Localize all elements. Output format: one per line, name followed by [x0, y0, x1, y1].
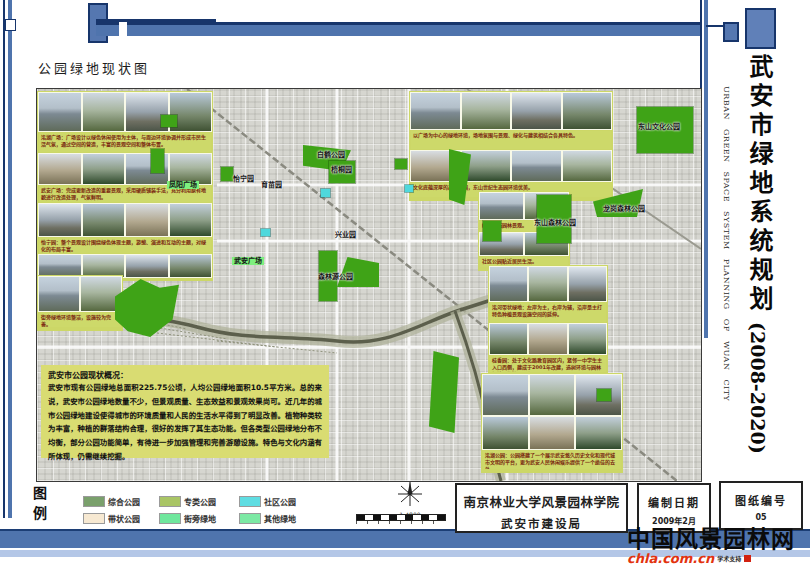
photo-thumbnail	[39, 154, 81, 184]
photo-thumbnail	[411, 93, 460, 129]
chla-logo-seal-icon	[744, 555, 751, 562]
legend-label: 街旁绿地	[184, 513, 216, 524]
photo-caption: 街旁绿地环境整洁，设施较为完善。	[39, 313, 121, 327]
map-park-label: 白鹤公园	[317, 151, 345, 159]
map-park-label: 东山文化公园	[638, 123, 680, 131]
date-label: 编制日期	[639, 494, 709, 510]
legend-item: 街旁绿地	[159, 510, 239, 527]
park-green-patch	[395, 159, 407, 169]
map-park-label: 怡宁园	[233, 175, 254, 183]
photo-thumbnail	[563, 93, 612, 129]
community-park-patch	[321, 189, 330, 197]
legend-swatch	[159, 513, 181, 524]
photo-row	[39, 154, 211, 184]
photo-caption: 以广场为中心的绿地环境，场地氛围与景观、绿化与建筑相结合各具特色。	[411, 131, 611, 149]
photo-thumbnail	[483, 375, 528, 415]
park-green-patch	[483, 221, 501, 241]
photo-thumbnail	[83, 255, 125, 277]
photo-panel: 洺河带状绿地：左岸为主，右岸为辅，沿岸是主打特色种植景观设施空间的延伸。桂香园：…	[488, 265, 608, 376]
sheet-number-title-block: 图纸编号 05	[719, 481, 803, 530]
left-border-node	[5, 19, 16, 31]
map-park-label: 东山森林公园	[534, 219, 576, 227]
chla-logo-name: 中国风景园林网	[627, 527, 810, 551]
photo-thumbnail	[83, 93, 125, 131]
photo-thumbnail	[39, 255, 81, 277]
photo-thumbnail	[530, 375, 575, 415]
photo-row	[39, 204, 211, 236]
legend-item: 专类公园	[159, 493, 239, 510]
chla-logo-tagline: 学术支持	[717, 554, 741, 563]
right-border-stub	[706, 25, 724, 27]
sidebar-title-english: URBAN GREEN SPACE SYSTEM PLANNING OF WUA…	[722, 86, 731, 416]
map-park-label: 武安广场	[232, 257, 264, 265]
park-green-patch	[429, 351, 459, 433]
photo-thumbnail	[530, 417, 575, 449]
photo-thumbnail	[39, 93, 81, 131]
photo-thumbnail	[529, 267, 566, 301]
right-ornament-small-square	[723, 22, 739, 42]
legend-label: 社区公园	[264, 496, 296, 507]
park-green-patch	[161, 115, 177, 127]
community-park-patch	[261, 229, 270, 236]
legend-item: 综合公园	[83, 493, 159, 510]
legend: 综合公园专类公园社区公园带状公园街旁绿地其他绿地	[83, 493, 353, 527]
photo-thumbnail	[483, 417, 528, 449]
photo-caption: 桂香园：处于文化路教育园区内，紧邻一中学生主入口西侧，建成于2001年改建，选树…	[490, 356, 606, 372]
community-park-patch	[405, 185, 413, 192]
photo-row	[39, 93, 211, 131]
photo-caption: 怡宁园：整个景观设计围绕绿色体现主题，游憩、演进和互动的主题，对绿化的布局丰富。	[39, 238, 211, 253]
photo-thumbnail	[170, 204, 212, 236]
summary-body: 武安市现有公园绿地总面积225.75公顷，人均公园绿地面积10.5平方米。总的来…	[48, 381, 322, 464]
scale-bar-ticks	[356, 521, 444, 524]
photo-row	[39, 255, 211, 277]
top-bar	[96, 22, 700, 36]
map-park-label: 龙岗森林公园	[603, 205, 645, 213]
photo-thumbnail	[490, 324, 527, 354]
photo-panel: 以广场为中心的绿地环境，场地氛围与景观、绿化与建筑相结合各具特色。文化底蕴深厚的…	[409, 91, 613, 201]
organization-line1: 南京林业大学风景园林学院	[457, 492, 626, 511]
right-ornament-big-square	[745, 8, 776, 49]
photo-thumbnail	[39, 277, 79, 311]
right-border-line-2	[704, 0, 708, 338]
legend-item: 带状公园	[83, 510, 159, 527]
photo-thumbnail	[512, 93, 561, 129]
photo-thumbnail	[569, 267, 606, 301]
park-green-patch	[597, 389, 611, 401]
chla-logo-url: chla.com.cn	[627, 551, 714, 566]
sheet-number-value: 05	[721, 513, 801, 522]
sidebar-title-chinese: 武安市绿地系统规划	[742, 54, 777, 324]
compass-rose: 1:4800	[380, 481, 440, 518]
legend-item: 其他绿地	[239, 510, 339, 527]
sidebar-title-years: (2008-2020)	[747, 322, 769, 472]
legend-item: 社区公园	[239, 493, 339, 510]
photo-thumbnail	[39, 204, 81, 236]
photo-thumbnail	[576, 417, 621, 449]
legend-swatch	[83, 496, 105, 507]
photo-thumbnail	[569, 324, 606, 354]
photo-row	[39, 277, 121, 311]
legend-swatch	[239, 496, 261, 507]
photo-thumbnail	[83, 154, 125, 184]
photo-caption: 洺河带状绿地：左岸为主，右岸为辅，沿岸是主打特色种植景观设施空间的延伸。	[490, 303, 606, 322]
map-park-label: 森林源公园	[318, 273, 353, 281]
photo-thumbnail	[126, 255, 168, 277]
photo-thumbnail	[563, 151, 612, 181]
legend-label: 带状公园	[108, 513, 140, 524]
chla-logo: 中国风景园林网 chla.com.cn 学术支持	[627, 527, 810, 566]
legend-label: 其他绿地	[264, 513, 296, 524]
north-arrow-icon	[390, 481, 430, 507]
legend-label: 综合公园	[108, 496, 140, 507]
photo-thumbnail	[529, 324, 566, 354]
legend-swatch	[239, 513, 261, 524]
top-bar-notch	[119, 22, 127, 36]
photo-row	[411, 93, 611, 129]
photo-thumbnail	[126, 204, 168, 236]
organization-line2: 武安市建设局	[457, 515, 626, 531]
photo-panel: 洺湖公园：公园搭建了一个展示武安悠久历史文化和现代城市文明的平台，更为武安人民休…	[481, 373, 623, 473]
photo-thumbnail	[83, 204, 125, 236]
park-green-patch	[151, 149, 164, 173]
park-status-summary-box: 武安市公园现状概况： 武安市现有公园绿地总面积225.75公顷，人均公园绿地面积…	[41, 365, 329, 458]
photo-caption: 洺湖广场：广场设计以绿色休闲使用为主体，与周边环境协调并形成市民生活气氛，通过空…	[39, 133, 211, 152]
scale-bar	[356, 514, 446, 521]
photo-thumbnail	[170, 154, 212, 184]
